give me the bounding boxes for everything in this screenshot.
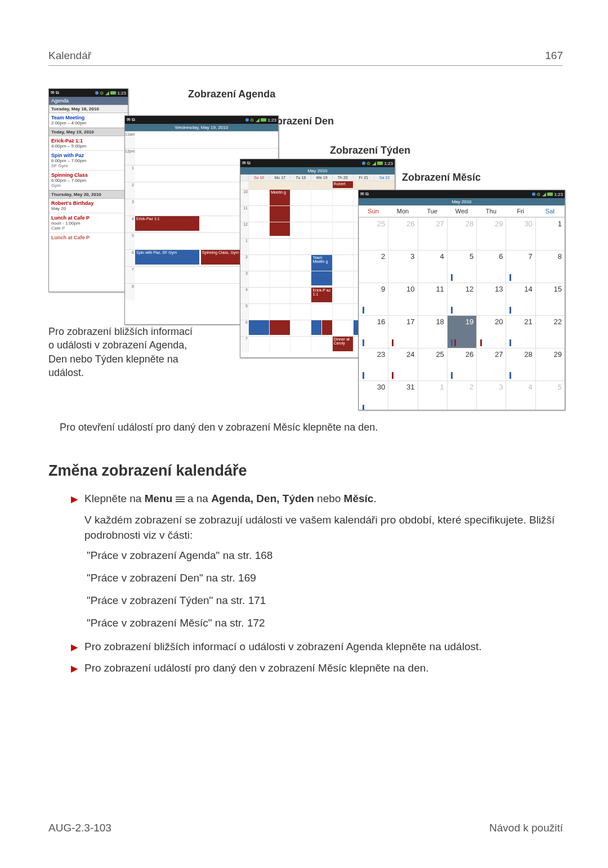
week-cell[interactable] — [290, 303, 311, 320]
week-cell[interactable] — [311, 222, 332, 238]
month-cell[interactable]: 1 — [535, 217, 565, 250]
week-cell[interactable] — [290, 238, 311, 254]
week-cell[interactable] — [332, 303, 353, 320]
calendar-event[interactable] — [249, 320, 269, 335]
weekday-header[interactable]: Tu 18 — [290, 175, 311, 181]
month-cell[interactable]: 28 — [447, 217, 476, 250]
month-cell[interactable]: 29 — [535, 348, 565, 381]
week-cell[interactable] — [290, 336, 311, 352]
month-cell[interactable]: 25 — [359, 217, 388, 250]
month-cell[interactable]: 27 — [418, 217, 447, 250]
month-cell[interactable]: 5 — [447, 250, 476, 283]
calendar-event[interactable]: Spin with Paz, SF Gym — [135, 250, 199, 265]
calendar-event[interactable] — [322, 320, 332, 335]
agenda-event[interactable]: Erick-Paz 1:14:00pm – 5:00pm — [49, 136, 128, 151]
day-cell[interactable] — [135, 131, 278, 147]
week-cell[interactable] — [332, 287, 353, 303]
month-cell[interactable]: 3 — [388, 250, 417, 283]
month-cell[interactable]: 31 — [388, 381, 417, 410]
month-cell[interactable]: 27 — [476, 348, 506, 381]
week-cell[interactable] — [290, 189, 311, 205]
calendar-event[interactable]: Erick-P az 1:1 — [311, 288, 332, 302]
agenda-event[interactable]: Spin with Paz6:00pm – 7:00pmSF Gym — [49, 151, 128, 171]
month-cell[interactable]: 18 — [418, 315, 447, 348]
week-cell[interactable] — [248, 222, 269, 238]
week-cell[interactable] — [290, 287, 311, 303]
week-cell[interactable]: Team Meetin g — [311, 254, 332, 271]
week-cell[interactable] — [269, 303, 290, 320]
week-cell[interactable] — [269, 222, 290, 238]
week-cell[interactable] — [269, 287, 290, 303]
month-cell[interactable]: 15 — [535, 283, 565, 315]
month-cell[interactable]: 26 — [388, 217, 417, 250]
week-cell[interactable] — [332, 254, 353, 271]
month-cell[interactable]: 2 — [447, 381, 476, 410]
week-cell[interactable]: Dinner at Caroly — [332, 336, 353, 352]
week-cell[interactable] — [311, 189, 332, 205]
allday-cell[interactable] — [311, 181, 332, 189]
month-cell[interactable]: 9 — [359, 283, 388, 315]
week-cell[interactable] — [332, 189, 353, 205]
allday-cell[interactable] — [269, 181, 290, 189]
weekday-header[interactable]: Sa 22 — [374, 175, 395, 181]
weekday-header[interactable]: Th 20 — [332, 175, 353, 181]
month-cell[interactable]: 25 — [418, 348, 447, 381]
month-cell[interactable]: 12 — [447, 283, 476, 315]
week-cell[interactable] — [290, 222, 311, 238]
weekday-header[interactable]: Su 16 — [248, 175, 269, 181]
week-cell[interactable] — [332, 271, 353, 287]
week-cell[interactable] — [290, 205, 311, 222]
allday-cell[interactable]: Robert — [332, 181, 353, 189]
week-cell[interactable]: Meetin g — [269, 189, 290, 205]
week-cell[interactable] — [269, 320, 290, 336]
week-cell[interactable] — [311, 205, 332, 222]
month-cell[interactable]: 8 — [535, 250, 565, 283]
month-cell[interactable]: 20 — [476, 315, 506, 348]
week-cell[interactable] — [311, 271, 332, 287]
week-cell[interactable] — [269, 254, 290, 271]
weekday-header[interactable]: Mo 17 — [269, 175, 290, 181]
month-cell[interactable]: 29 — [476, 217, 506, 250]
month-cell[interactable]: 16 — [359, 315, 388, 348]
week-cell[interactable] — [269, 238, 290, 254]
week-cell[interactable] — [290, 254, 311, 271]
month-cell[interactable]: 17 — [388, 315, 417, 348]
agenda-event[interactable]: Robert's BirthdayMay 20 — [49, 199, 128, 213]
week-cell[interactable] — [311, 320, 332, 336]
month-cell[interactable]: 22 — [535, 315, 565, 348]
month-cell[interactable]: 2 — [359, 250, 388, 283]
agenda-event[interactable]: Lunch at Cafe P — [49, 233, 128, 242]
allday-cell[interactable] — [248, 181, 269, 189]
calendar-event[interactable] — [270, 320, 290, 335]
allday-cell[interactable] — [353, 181, 374, 189]
week-cell[interactable] — [332, 238, 353, 254]
agenda-menu-button[interactable]: Agenda — [49, 97, 128, 105]
week-cell[interactable] — [311, 336, 332, 352]
week-cell[interactable] — [269, 205, 290, 222]
week-cell[interactable] — [311, 303, 332, 320]
month-cell[interactable]: 30 — [506, 217, 535, 250]
month-cell[interactable]: 19 — [447, 315, 476, 348]
week-cell[interactable]: Erick-P az 1:1 — [311, 287, 332, 303]
month-cell[interactable]: 21 — [506, 315, 535, 348]
agenda-event[interactable]: Team Meeting2:00pm – 4:00pm — [49, 113, 128, 128]
week-cell[interactable] — [332, 205, 353, 222]
month-cell[interactable]: 11 — [418, 283, 447, 315]
allday-cell[interactable] — [290, 181, 311, 189]
calendar-event[interactable]: Erick-Paz 1:1 — [135, 216, 199, 231]
month-cell[interactable]: 10 — [388, 283, 417, 315]
week-cell[interactable] — [269, 336, 290, 352]
week-cell[interactable] — [248, 189, 269, 205]
week-cell[interactable] — [332, 320, 353, 336]
month-cell[interactable]: 24 — [388, 348, 417, 381]
week-cell[interactable] — [332, 222, 353, 238]
week-cell[interactable] — [248, 205, 269, 222]
month-cell[interactable]: 3 — [476, 381, 506, 410]
weekday-header[interactable]: We 19 — [311, 175, 332, 181]
month-cell[interactable]: 30 — [359, 381, 388, 410]
week-cell[interactable] — [248, 271, 269, 287]
week-cell[interactable] — [290, 271, 311, 287]
month-cell[interactable]: 13 — [476, 283, 506, 315]
agenda-event[interactable]: Lunch at Cafe Pnoon - 1:00pmCafe P — [49, 213, 128, 233]
calendar-event[interactable] — [311, 320, 321, 335]
